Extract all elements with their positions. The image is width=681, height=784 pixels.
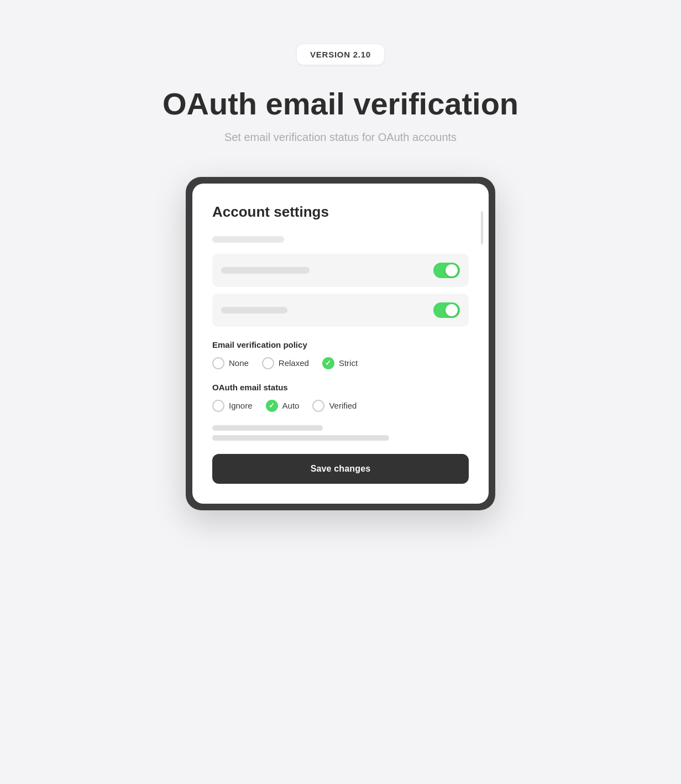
radio-auto[interactable]: Auto xyxy=(266,400,300,412)
radio-label-ignore: Ignore xyxy=(229,401,253,410)
skeleton-toggle-text-2 xyxy=(221,307,287,313)
skeleton-toggle-text-1 xyxy=(221,267,310,274)
page-title: OAuth email verification xyxy=(163,87,518,121)
radio-circle-relaxed xyxy=(262,357,274,369)
radio-relaxed[interactable]: Relaxed xyxy=(262,357,309,369)
oauth-status-label: OAuth email status xyxy=(212,383,469,392)
oauth-status-radio-group: Ignore Auto Verified xyxy=(212,400,469,412)
card: Account settings Email verification poli… xyxy=(192,184,489,504)
card-wrapper: Account settings Email verification poli… xyxy=(186,177,495,510)
radio-none[interactable]: None xyxy=(212,357,249,369)
skeleton-row-label xyxy=(212,236,284,243)
skeleton-bottom-1 xyxy=(212,425,323,431)
radio-circle-strict xyxy=(322,357,334,369)
toggle-row-1 xyxy=(212,254,469,287)
radio-label-verified: Verified xyxy=(329,401,357,410)
radio-label-strict: Strict xyxy=(339,358,358,368)
oauth-status-section: OAuth email status Ignore Auto Verified xyxy=(212,383,469,412)
radio-circle-ignore xyxy=(212,400,224,412)
radio-circle-none xyxy=(212,357,224,369)
card-title: Account settings xyxy=(212,203,469,221)
page-subtitle: Set email verification status for OAuth … xyxy=(224,131,457,144)
radio-label-relaxed: Relaxed xyxy=(279,358,309,368)
toggle-2[interactable] xyxy=(433,302,460,318)
email-policy-radio-group: None Relaxed Strict xyxy=(212,357,469,369)
skeleton-bottom-2 xyxy=(212,435,389,441)
toggle-1[interactable] xyxy=(433,263,460,278)
radio-label-auto: Auto xyxy=(282,401,300,410)
radio-strict[interactable]: Strict xyxy=(322,357,358,369)
bottom-skeletons xyxy=(212,425,469,441)
toggle-row-2 xyxy=(212,294,469,327)
email-policy-label: Email verification policy xyxy=(212,340,469,349)
version-badge: VERSION 2.10 xyxy=(297,44,384,65)
radio-circle-auto xyxy=(266,400,278,412)
version-label: VERSION 2.10 xyxy=(310,50,371,59)
save-changes-button[interactable]: Save changes xyxy=(212,454,469,484)
radio-circle-verified xyxy=(312,400,324,412)
email-policy-section: Email verification policy None Relaxed S… xyxy=(212,340,469,369)
radio-verified[interactable]: Verified xyxy=(312,400,357,412)
radio-label-none: None xyxy=(229,358,249,368)
radio-ignore[interactable]: Ignore xyxy=(212,400,253,412)
